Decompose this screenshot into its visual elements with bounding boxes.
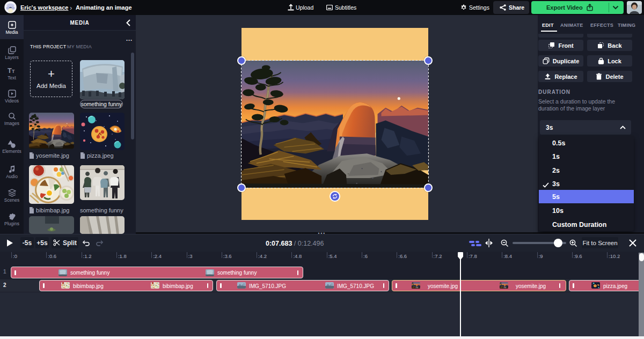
svg-text:T: T	[12, 69, 15, 74]
svg-text:T: T	[8, 67, 12, 75]
